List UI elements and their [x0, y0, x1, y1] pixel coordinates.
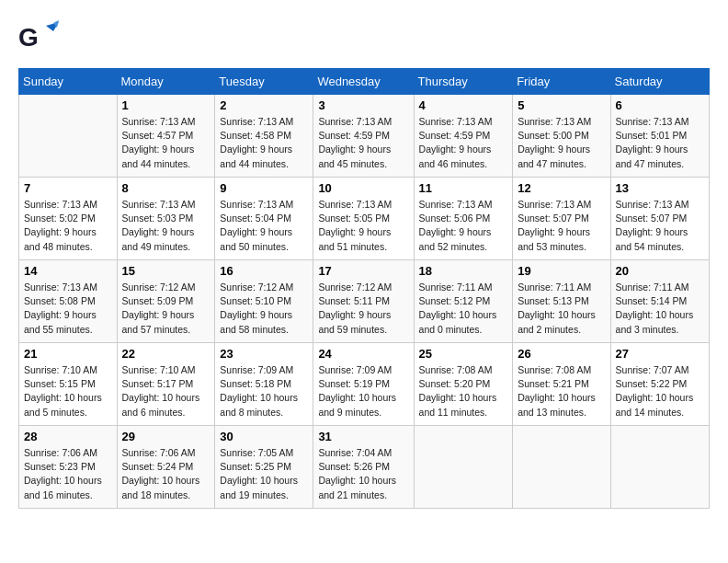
calendar-cell: 12Sunrise: 7:13 AM Sunset: 5:07 PM Dayli…	[513, 178, 610, 260]
calendar-cell: 13Sunrise: 7:13 AM Sunset: 5:07 PM Dayli…	[610, 178, 709, 260]
logo-icon: G	[18, 18, 59, 59]
calendar-cell	[414, 426, 513, 509]
calendar-cell: 23Sunrise: 7:09 AM Sunset: 5:18 PM Dayli…	[215, 343, 313, 426]
calendar-cell: 4Sunrise: 7:13 AM Sunset: 4:59 PM Daylig…	[414, 95, 513, 178]
day-number: 13	[616, 181, 704, 195]
cell-sun-info: Sunrise: 7:08 AM Sunset: 5:21 PM Dayligh…	[518, 363, 605, 419]
day-number: 29	[122, 430, 210, 443]
calendar-cell: 28Sunrise: 7:06 AM Sunset: 5:23 PM Dayli…	[19, 426, 118, 509]
cell-sun-info: Sunrise: 7:13 AM Sunset: 5:05 PM Dayligh…	[318, 198, 408, 254]
calendar-table: SundayMondayTuesdayWednesdayThursdayFrid…	[18, 68, 710, 509]
cell-sun-info: Sunrise: 7:07 AM Sunset: 5:22 PM Dayligh…	[616, 363, 704, 419]
weekday-header-row: SundayMondayTuesdayWednesdayThursdayFrid…	[19, 69, 710, 95]
logo: G	[18, 18, 57, 59]
day-number: 18	[419, 264, 508, 278]
day-number: 11	[419, 181, 508, 195]
calendar-cell: 8Sunrise: 7:13 AM Sunset: 5:03 PM Daylig…	[117, 178, 215, 260]
day-number: 15	[122, 264, 210, 278]
cell-sun-info: Sunrise: 7:13 AM Sunset: 5:02 PM Dayligh…	[24, 198, 112, 254]
day-number: 30	[220, 430, 308, 443]
cell-sun-info: Sunrise: 7:11 AM Sunset: 5:12 PM Dayligh…	[419, 281, 508, 337]
cell-sun-info: Sunrise: 7:13 AM Sunset: 5:08 PM Dayligh…	[24, 281, 112, 337]
calendar-week-row: 28Sunrise: 7:06 AM Sunset: 5:23 PM Dayli…	[19, 426, 710, 509]
day-number: 6	[616, 98, 704, 112]
calendar-cell: 9Sunrise: 7:13 AM Sunset: 5:04 PM Daylig…	[215, 178, 313, 260]
calendar-cell: 26Sunrise: 7:08 AM Sunset: 5:21 PM Dayli…	[513, 343, 610, 426]
day-number: 3	[318, 98, 408, 112]
calendar-cell: 30Sunrise: 7:05 AM Sunset: 5:25 PM Dayli…	[215, 426, 313, 509]
cell-sun-info: Sunrise: 7:13 AM Sunset: 4:58 PM Dayligh…	[220, 115, 308, 171]
day-number: 7	[24, 181, 112, 195]
cell-sun-info: Sunrise: 7:13 AM Sunset: 5:06 PM Dayligh…	[419, 198, 508, 254]
day-number: 2	[220, 98, 308, 112]
calendar-cell: 24Sunrise: 7:09 AM Sunset: 5:19 PM Dayli…	[313, 343, 414, 426]
cell-sun-info: Sunrise: 7:13 AM Sunset: 5:04 PM Dayligh…	[220, 198, 308, 254]
calendar-cell: 7Sunrise: 7:13 AM Sunset: 5:02 PM Daylig…	[19, 178, 118, 260]
calendar-cell: 20Sunrise: 7:11 AM Sunset: 5:14 PM Dayli…	[610, 260, 709, 343]
day-number: 19	[518, 264, 605, 278]
calendar-cell: 19Sunrise: 7:11 AM Sunset: 5:13 PM Dayli…	[513, 260, 610, 343]
day-number: 28	[24, 430, 112, 443]
cell-sun-info: Sunrise: 7:13 AM Sunset: 5:00 PM Dayligh…	[518, 115, 605, 171]
calendar-week-row: 7Sunrise: 7:13 AM Sunset: 5:02 PM Daylig…	[19, 178, 710, 260]
day-number: 17	[318, 264, 408, 278]
day-number: 31	[318, 430, 408, 443]
weekday-header: Thursday	[414, 69, 513, 95]
cell-sun-info: Sunrise: 7:12 AM Sunset: 5:10 PM Dayligh…	[220, 281, 308, 337]
calendar-cell: 1Sunrise: 7:13 AM Sunset: 4:57 PM Daylig…	[117, 95, 215, 178]
calendar-cell: 2Sunrise: 7:13 AM Sunset: 4:58 PM Daylig…	[215, 95, 313, 178]
cell-sun-info: Sunrise: 7:08 AM Sunset: 5:20 PM Dayligh…	[419, 363, 508, 419]
cell-sun-info: Sunrise: 7:12 AM Sunset: 5:11 PM Dayligh…	[318, 281, 408, 337]
calendar-cell: 21Sunrise: 7:10 AM Sunset: 5:15 PM Dayli…	[19, 343, 118, 426]
calendar-cell: 14Sunrise: 7:13 AM Sunset: 5:08 PM Dayli…	[19, 260, 118, 343]
cell-sun-info: Sunrise: 7:13 AM Sunset: 4:57 PM Dayligh…	[122, 115, 210, 171]
page-header: G	[18, 18, 710, 59]
cell-sun-info: Sunrise: 7:13 AM Sunset: 5:03 PM Dayligh…	[122, 198, 210, 254]
weekday-header: Monday	[117, 69, 215, 95]
day-number: 1	[122, 98, 210, 112]
day-number: 16	[220, 264, 308, 278]
cell-sun-info: Sunrise: 7:10 AM Sunset: 5:15 PM Dayligh…	[24, 363, 112, 419]
weekday-header: Sunday	[19, 69, 118, 95]
day-number: 26	[518, 347, 605, 361]
calendar-cell: 5Sunrise: 7:13 AM Sunset: 5:00 PM Daylig…	[513, 95, 610, 178]
cell-sun-info: Sunrise: 7:05 AM Sunset: 5:25 PM Dayligh…	[220, 446, 308, 502]
day-number: 27	[616, 347, 704, 361]
calendar-cell	[513, 426, 610, 509]
cell-sun-info: Sunrise: 7:13 AM Sunset: 5:01 PM Dayligh…	[616, 115, 704, 171]
day-number: 25	[419, 347, 508, 361]
day-number: 8	[122, 181, 210, 195]
weekday-header: Wednesday	[313, 69, 414, 95]
cell-sun-info: Sunrise: 7:13 AM Sunset: 4:59 PM Dayligh…	[318, 115, 408, 171]
calendar-cell: 3Sunrise: 7:13 AM Sunset: 4:59 PM Daylig…	[313, 95, 414, 178]
day-number: 12	[518, 181, 605, 195]
day-number: 20	[616, 264, 704, 278]
cell-sun-info: Sunrise: 7:11 AM Sunset: 5:14 PM Dayligh…	[616, 281, 704, 337]
day-number: 24	[318, 347, 408, 361]
weekday-header: Tuesday	[215, 69, 313, 95]
calendar-week-row: 1Sunrise: 7:13 AM Sunset: 4:57 PM Daylig…	[19, 95, 710, 178]
cell-sun-info: Sunrise: 7:04 AM Sunset: 5:26 PM Dayligh…	[318, 446, 408, 502]
calendar-cell: 29Sunrise: 7:06 AM Sunset: 5:24 PM Dayli…	[117, 426, 215, 509]
cell-sun-info: Sunrise: 7:09 AM Sunset: 5:18 PM Dayligh…	[220, 363, 308, 419]
calendar-cell: 25Sunrise: 7:08 AM Sunset: 5:20 PM Dayli…	[414, 343, 513, 426]
day-number: 22	[122, 347, 210, 361]
calendar-cell: 17Sunrise: 7:12 AM Sunset: 5:11 PM Dayli…	[313, 260, 414, 343]
cell-sun-info: Sunrise: 7:12 AM Sunset: 5:09 PM Dayligh…	[122, 281, 210, 337]
day-number: 21	[24, 347, 112, 361]
day-number: 5	[518, 98, 605, 112]
cell-sun-info: Sunrise: 7:11 AM Sunset: 5:13 PM Dayligh…	[518, 281, 605, 337]
svg-text:G: G	[18, 23, 39, 52]
calendar-cell: 15Sunrise: 7:12 AM Sunset: 5:09 PM Dayli…	[117, 260, 215, 343]
cell-sun-info: Sunrise: 7:06 AM Sunset: 5:24 PM Dayligh…	[122, 446, 210, 502]
calendar-cell: 31Sunrise: 7:04 AM Sunset: 5:26 PM Dayli…	[313, 426, 414, 509]
cell-sun-info: Sunrise: 7:09 AM Sunset: 5:19 PM Dayligh…	[318, 363, 408, 419]
cell-sun-info: Sunrise: 7:10 AM Sunset: 5:17 PM Dayligh…	[122, 363, 210, 419]
day-number: 4	[419, 98, 508, 112]
day-number: 9	[220, 181, 308, 195]
calendar-cell: 11Sunrise: 7:13 AM Sunset: 5:06 PM Dayli…	[414, 178, 513, 260]
calendar-week-row: 21Sunrise: 7:10 AM Sunset: 5:15 PM Dayli…	[19, 343, 710, 426]
day-number: 10	[318, 181, 408, 195]
day-number: 23	[220, 347, 308, 361]
calendar-cell: 18Sunrise: 7:11 AM Sunset: 5:12 PM Dayli…	[414, 260, 513, 343]
